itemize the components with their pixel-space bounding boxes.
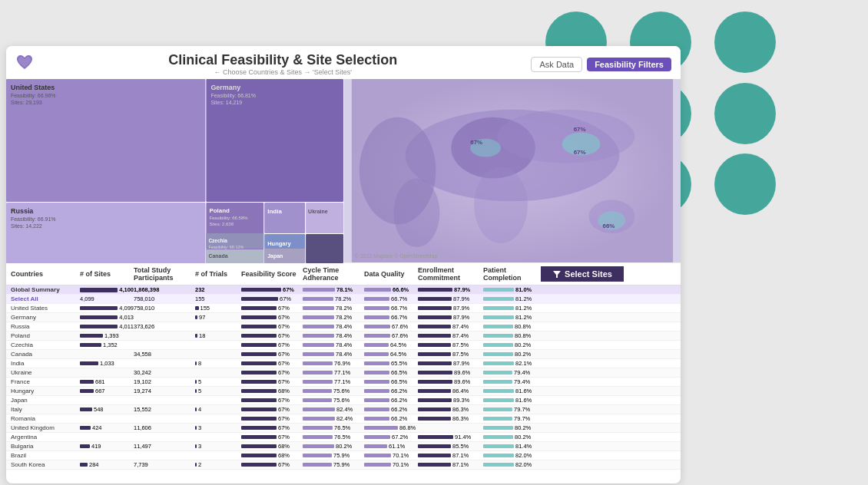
- header-buttons: Ask Data Feasibility Filters: [525, 57, 671, 72]
- svg-text:66%: 66%: [603, 223, 615, 229]
- svg-point-35: [497, 110, 634, 163]
- country-name: India: [11, 360, 80, 367]
- header-sites: # of Sites: [80, 270, 134, 278]
- header-countries: Countries: [11, 270, 80, 278]
- table-row[interactable]: Czechia 1,352 67% 78.4% 64.5%: [6, 341, 681, 350]
- global-summary-row: Global Summary 4,100 1,868,398 232 67% 7…: [6, 285, 681, 295]
- country-name: Canada: [11, 351, 80, 358]
- table-row[interactable]: Bulgaria 419 11,497 3 68% 80.2% 61.1%: [6, 442, 681, 451]
- svg-text:Sites: 29,193: Sites: 29,193: [11, 100, 42, 105]
- table-row[interactable]: United Kingdom 424 11,606 3 67% 76.5% 86…: [6, 424, 681, 433]
- header-completion: Patient Completion: [483, 266, 541, 282]
- country-name: Hungary: [11, 388, 80, 394]
- data-rows-container: United States 4,099 758,010 155 67% 78.2…: [6, 304, 681, 470]
- map-svg: 67% 67% 67% 66% © 2022 Mapbox © OpenStre…: [344, 79, 681, 262]
- svg-text:Feasibility: 66.58%: Feasibility: 66.58%: [209, 216, 248, 220]
- table-row[interactable]: United States 4,099 758,010 155 67% 78.2…: [6, 304, 681, 313]
- select-all-row[interactable]: Select All 4,099 758,010 155 67% 78.2%: [6, 295, 681, 304]
- treemap-area: United States Feasibility: 66.96% Sites:…: [6, 79, 344, 263]
- table-row[interactable]: Poland 1,393 18 67% 78.4% 67.6%: [6, 332, 681, 341]
- table-row[interactable]: South Korea 284 7,739 2 67% 75.9% 70.1%: [6, 460, 681, 470]
- svg-text:Hungary: Hungary: [267, 240, 291, 247]
- table-row[interactable]: Ukraine 30,242 67% 77.1% 66.5%: [6, 368, 681, 378]
- bg-circle-7: [714, 153, 776, 215]
- svg-text:United States: United States: [11, 84, 55, 91]
- country-name: United Kingdom: [11, 424, 80, 431]
- table-row[interactable]: France 681 19,102 5 67% 77.1% 66.5%: [6, 378, 681, 387]
- logo-area: [14, 52, 35, 75]
- global-sites: 4,100: [80, 286, 134, 293]
- country-name: Italy: [11, 406, 80, 413]
- svg-rect-8: [6, 203, 205, 263]
- bg-circle-1: [714, 12, 776, 73]
- svg-text:Russia: Russia: [11, 207, 34, 215]
- svg-point-37: [474, 167, 528, 244]
- country-name: United States: [11, 305, 80, 312]
- country-name: Brazil: [11, 452, 80, 459]
- top-section: United States Feasibility: 66.96% Sites:…: [6, 79, 681, 263]
- country-name: France: [11, 378, 80, 385]
- global-trials: 232: [195, 286, 241, 293]
- global-completion: 81.0%: [483, 286, 541, 293]
- map-area: 67% 67% 67% 66% © 2022 Mapbox © OpenStre…: [344, 79, 681, 262]
- heart-logo: [14, 52, 35, 74]
- table-row[interactable]: India 1,033 8 67% 76.9% 65.5%: [6, 359, 681, 368]
- table-row[interactable]: Argentina 67% 76.5% 67.2% 9: [6, 433, 681, 442]
- table-row[interactable]: Brazil 68% 75.9% 70.1% 87.1: [6, 451, 681, 460]
- table-row[interactable]: Canada 34,558 67% 78.4% 64.5%: [6, 350, 681, 359]
- country-name: Argentina: [11, 434, 80, 440]
- svg-text:67%: 67%: [470, 139, 482, 146]
- header-trials: # of Trials: [195, 270, 241, 278]
- svg-text:India: India: [267, 208, 282, 215]
- card-subtitle: ← Choose Countries & Sites → 'Select Sit…: [41, 68, 525, 76]
- country-name: Japan: [11, 397, 80, 404]
- country-name: Romania: [11, 415, 80, 422]
- card-title: Clinical Feasibility & Site Selection: [41, 52, 525, 68]
- svg-text:67%: 67%: [574, 126, 586, 133]
- table-row[interactable]: Japan 67% 75.6% 66.2% 89.3%: [6, 396, 681, 405]
- svg-text:Feasibility: 68.12%: Feasibility: 68.12%: [208, 245, 244, 249]
- feasibility-filters-button[interactable]: Feasibility Filters: [587, 58, 671, 71]
- header-cycle: Cycle Time Adherance: [303, 266, 364, 282]
- select-sites-button[interactable]: Select Sites: [541, 266, 624, 282]
- svg-text:Poland: Poland: [209, 207, 230, 214]
- funnel-icon: [552, 269, 562, 279]
- svg-text:Czechia: Czechia: [208, 238, 227, 243]
- country-name: Czechia: [11, 341, 80, 348]
- country-name: Ukraine: [11, 369, 80, 376]
- table-row[interactable]: Germany 4,013 97 67% 78.2% 66.7%: [6, 313, 681, 322]
- svg-text:Germany: Germany: [210, 84, 240, 91]
- main-card: Clinical Feasibility & Site Selection ← …: [6, 46, 681, 483]
- country-name: Poland: [11, 332, 80, 339]
- svg-rect-22: [306, 234, 343, 263]
- global-feasibility: 67%: [241, 286, 303, 293]
- country-name: Russia: [11, 323, 80, 330]
- table-row[interactable]: Romania 67% 82.4% 66.2% 86.: [6, 414, 681, 424]
- global-enrollment: 87.9%: [418, 286, 483, 293]
- card-header: Clinical Feasibility & Site Selection ← …: [6, 46, 681, 79]
- table-row[interactable]: Hungary 667 19,274 5 68% 75.6% 66.2%: [6, 387, 681, 396]
- global-cycle: 78.1%: [303, 286, 364, 293]
- table-row[interactable]: Russia 4,011 373,626 67% 78.4% 67.6%: [6, 322, 681, 332]
- svg-text:Feasibility: 66.81%: Feasibility: 66.81%: [210, 93, 256, 99]
- table-row[interactable]: Italy 548 15,552 4 67% 82.4% 66.2%: [6, 405, 681, 414]
- svg-marker-47: [553, 271, 561, 278]
- global-participants: 1,868,398: [134, 286, 195, 293]
- header-participants: Total Study Participants: [134, 266, 195, 282]
- svg-text:Canada: Canada: [208, 253, 227, 259]
- header-feasibility: Feasibility Score: [241, 270, 303, 278]
- ask-data-button[interactable]: Ask Data: [531, 57, 582, 72]
- svg-rect-18: [306, 203, 343, 233]
- svg-text:© 2022 Mapbox © OpenStreetMap: © 2022 Mapbox © OpenStreetMap: [355, 253, 438, 259]
- svg-text:67%: 67%: [574, 149, 586, 156]
- country-name: Bulgaria: [11, 443, 80, 450]
- global-label: Global Summary: [11, 286, 80, 293]
- svg-text:Feasibility: 66.96%: Feasibility: 66.96%: [11, 93, 56, 99]
- svg-text:Sites: 14,219: Sites: 14,219: [210, 100, 242, 105]
- svg-text:Feasibility: 66.91%: Feasibility: 66.91%: [11, 216, 56, 223]
- data-section: Countries # of Sites Total Study Partici…: [6, 263, 681, 483]
- country-name: South Korea: [11, 461, 80, 468]
- svg-text:Japan: Japan: [267, 253, 283, 259]
- country-name: Germany: [11, 314, 80, 321]
- select-all-label[interactable]: Select All: [11, 295, 80, 302]
